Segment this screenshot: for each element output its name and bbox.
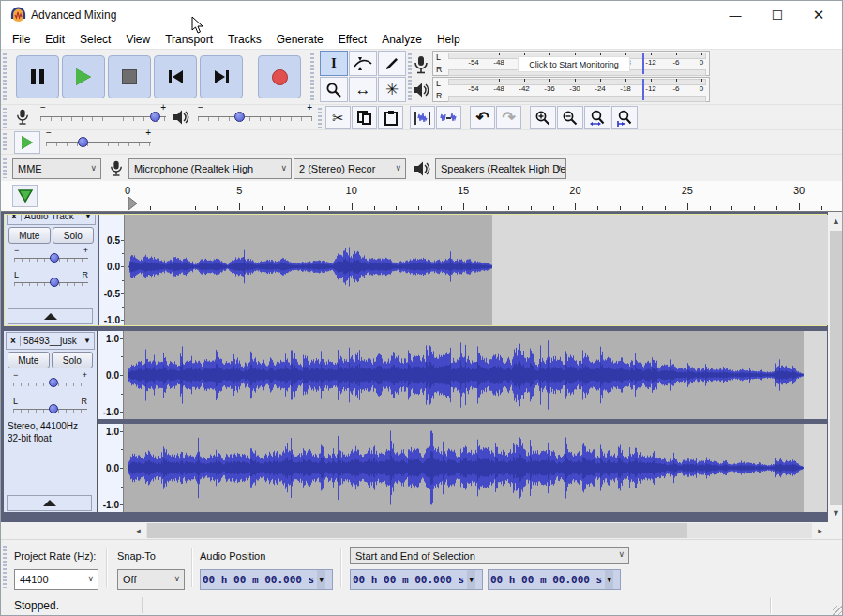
multi-tool-button[interactable]: ✳ — [378, 77, 406, 102]
timeline-ruler[interactable]: 051015202530 — [1, 181, 843, 212]
recording-channels-select[interactable]: 2 (Stereo) Recor∨ — [294, 158, 406, 179]
scroll-up-arrow[interactable]: ▲ — [828, 214, 843, 229]
undo-button[interactable]: ↶ — [470, 106, 495, 129]
track-2-pan-slider[interactable]: L R — [8, 397, 93, 417]
copy-button[interactable] — [352, 106, 377, 129]
track-2-header[interactable]: × 58493__jusk ▼ — [6, 332, 95, 350]
track-2-title[interactable]: 58493__jusk — [21, 336, 83, 346]
recording-volume-thumb[interactable] — [150, 112, 160, 122]
track-1[interactable]: × Audio Track ▼ Mute Solo − + — [4, 214, 827, 326]
envelope-tool-button[interactable] — [349, 51, 377, 76]
selection-start-field[interactable]: 00 h 00 m 00.000 s ▼ — [350, 569, 483, 590]
menu-help[interactable]: Help — [429, 31, 468, 48]
track-1-gain-thumb[interactable] — [50, 253, 59, 263]
redo-button[interactable]: ↷ — [496, 106, 521, 129]
track-2-solo-button[interactable]: Solo — [52, 352, 94, 368]
fit-selection-button[interactable] — [584, 106, 610, 129]
menu-generate[interactable]: Generate — [269, 31, 331, 48]
zoom-out-button[interactable] — [557, 106, 583, 129]
track-1-vertical-ruler[interactable]: 0.50.0-0.5-1.0 — [99, 215, 125, 325]
draw-tool-button[interactable] — [378, 51, 406, 76]
menu-edit[interactable]: Edit — [38, 31, 72, 48]
track-1-waveform[interactable] — [125, 215, 828, 325]
vertical-scroll-thumb[interactable] — [830, 231, 842, 507]
playback-meter[interactable]: LR-54-48-42-36-30-24-18-12-60 — [432, 77, 710, 102]
track-1-header[interactable]: × Audio Track ▼ — [7, 215, 96, 225]
time-shift-tool-button[interactable]: ↔ — [349, 77, 377, 102]
track-1-control-panel[interactable]: × Audio Track ▼ Mute Solo − + — [5, 215, 98, 325]
play-at-speed-button[interactable] — [14, 131, 40, 154]
meter-monitoring-overlay[interactable]: Click to Start Monitoring — [518, 56, 630, 72]
close-button[interactable]: ✕ — [798, 1, 839, 29]
quickplay-marker[interactable] — [128, 197, 137, 210]
track-2-left-waveform[interactable] — [124, 331, 827, 419]
track-2-left-ruler[interactable]: 1.00.0-1.0 — [98, 331, 124, 419]
audio-position-field[interactable]: 00 h 00 m 00.000 s ▼ — [200, 569, 333, 590]
track-2-collapse-button[interactable] — [7, 495, 92, 511]
project-rate-select[interactable]: 44100∨ — [14, 569, 98, 590]
recording-device-select[interactable]: Microphone (Realtek High∨ — [128, 158, 292, 179]
audio-host-select[interactable]: MME∨ — [12, 158, 101, 179]
snap-to-select[interactable]: Off∨ — [117, 569, 185, 590]
playback-volume-thumb[interactable] — [234, 112, 245, 122]
edit-toolbar-grip[interactable] — [318, 108, 322, 128]
skip-to-start-button[interactable] — [154, 55, 197, 98]
track-2-gain-slider[interactable]: − + — [8, 370, 93, 391]
tools-toolbar-grip[interactable] — [310, 53, 314, 100]
selection-mode-select[interactable]: Start and End of Selection∨ — [350, 547, 629, 564]
stop-button[interactable] — [108, 55, 151, 98]
scroll-left-arrow[interactable]: ◂ — [130, 523, 146, 538]
vertical-scrollbar[interactable]: ▲ ▼ — [828, 212, 843, 522]
track-1-close-button[interactable]: × — [8, 215, 22, 221]
zoom-tool-button[interactable] — [320, 77, 348, 102]
zoom-in-button[interactable] — [530, 106, 556, 129]
track-2-pan-thumb[interactable] — [49, 404, 58, 413]
track-2-right-waveform[interactable] — [124, 424, 827, 512]
selection-tool-button[interactable]: I — [320, 51, 348, 76]
menu-tracks[interactable]: Tracks — [220, 31, 269, 48]
play-button[interactable] — [62, 55, 105, 98]
track-1-collapse-button[interactable] — [8, 308, 93, 324]
track-1-pan-slider[interactable]: L R — [8, 270, 94, 291]
meter-toolbar-grip[interactable] — [408, 53, 412, 100]
time-format-dropdown[interactable]: ▼ — [605, 570, 613, 589]
track-1-gain-slider[interactable]: − + — [8, 246, 94, 266]
scroll-down-arrow[interactable]: ▼ — [828, 505, 843, 520]
track-2[interactable]: × 58493__jusk ▼ Mute Solo − + L R — [4, 331, 827, 512]
playback-device-select[interactable]: Speakers (Realtek High Def∨ — [435, 158, 566, 179]
track-2-menu-dropdown[interactable]: ▼ — [83, 337, 94, 345]
track-2-mute-button[interactable]: Mute — [8, 352, 50, 368]
maximize-button[interactable]: ☐ — [757, 1, 798, 29]
horizontal-scrollbar[interactable]: ◂ ▸ — [1, 522, 843, 539]
transcription-toolbar-grip[interactable] — [3, 133, 7, 152]
skip-to-end-button[interactable] — [200, 55, 243, 98]
time-format-dropdown[interactable]: ▼ — [317, 570, 325, 589]
silence-audio-button[interactable] — [436, 106, 461, 129]
transport-toolbar-grip[interactable] — [3, 53, 7, 100]
menu-select[interactable]: Select — [72, 31, 118, 48]
recording-meter[interactable]: LR-54-48-42-36-30-24-18-12-60Click to St… — [432, 51, 710, 76]
record-button[interactable] — [258, 55, 301, 98]
cut-button[interactable]: ✂ — [325, 106, 351, 129]
menu-file[interactable]: File — [5, 31, 38, 48]
track-1-mute-button[interactable]: Mute — [8, 227, 51, 244]
pin-playhead-button[interactable] — [12, 185, 38, 207]
menu-transport[interactable]: Transport — [158, 31, 220, 48]
recording-volume-slider[interactable]: − + — [40, 106, 166, 128]
selection-toolbar-grip[interactable] — [3, 546, 7, 588]
track-1-menu-dropdown[interactable]: ▼ — [84, 215, 95, 220]
scroll-right-arrow[interactable]: ▸ — [812, 523, 828, 538]
selection-end-field[interactable]: 00 h 00 m 00.000 s ▼ — [488, 569, 621, 590]
track-1-solo-button[interactable]: Solo — [53, 227, 95, 244]
trim-audio-button[interactable] — [410, 106, 435, 129]
resize-grip[interactable] — [833, 606, 842, 615]
track-2-gain-thumb[interactable] — [49, 378, 58, 387]
mixer-toolbar-grip[interactable] — [3, 108, 7, 128]
fit-project-button[interactable] — [611, 106, 638, 129]
device-toolbar-grip[interactable] — [3, 158, 7, 178]
menu-effect[interactable]: Effect — [331, 31, 374, 48]
play-speed-thumb[interactable] — [78, 137, 88, 147]
track-2-right-ruler[interactable]: 1.00.0-1.0 — [98, 424, 124, 512]
play-speed-slider[interactable]: − + — [46, 131, 151, 154]
time-format-dropdown[interactable]: ▼ — [467, 570, 475, 589]
